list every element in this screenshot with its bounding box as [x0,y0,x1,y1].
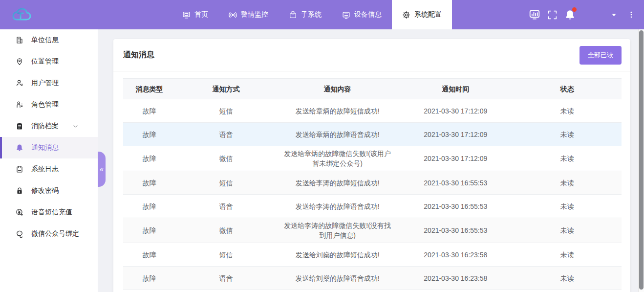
cell-content: 发送给章炳的故障短信成功! [277,104,398,118]
cell-status: 未读 [513,176,622,190]
table-row[interactable]: 故障语音发送给李涛的故障语音成功!2021-03-30 16:55:53未读 [123,195,622,218]
nav-item-alarm-monitor[interactable]: 警情监控 [218,0,279,29]
cell-method: 微信 [175,151,277,166]
device-icon [342,11,350,19]
notification-bell-icon[interactable] [561,0,579,29]
sidebar-item-unit-info[interactable]: 单位信息 [0,29,98,51]
bell-side-icon [16,144,23,152]
sidebar-item-label: 单位信息 [31,36,59,45]
cell-method: 微信 [175,223,277,238]
cell-type: 故障 [123,271,175,286]
nav-item-home[interactable]: 首页 [172,0,218,29]
sidebar-item-change-password[interactable]: 修改密码 [0,180,98,202]
page-scrollbar[interactable] [638,29,644,292]
cell-time: 2021-03-30 16:55:53 [398,199,513,214]
sidebar-item-label: 消防档案 [31,122,59,131]
scrollbar-thumb[interactable] [639,30,644,290]
sidebar-item-label: 位置管理 [31,57,59,66]
notification-badge [572,7,577,12]
lock-icon [16,187,23,195]
sidebar-item-fire-archives[interactable]: 消防档案 [0,115,98,137]
sidebar: 单位信息位置管理用户管理角色管理消防档案通知消息系统日志修改密码语音短信充值微信… [0,29,98,292]
archive-icon [16,122,23,130]
table-row[interactable]: 故障短信发送给刘燊的故障短信成功!2021-03-30 16:23:58未读 [123,243,622,267]
cell-status: 未读 [513,247,622,262]
sidebar-item-system-log[interactable]: 系统日志 [0,158,98,180]
page-title: 通知消息 [123,50,154,60]
home-icon [182,11,191,19]
fullscreen-icon[interactable] [543,0,561,29]
recharge-icon [16,208,23,216]
subsystem-icon [289,11,297,19]
column-header: 通知内容 [277,82,398,96]
sidebar-item-label: 修改密码 [31,186,59,195]
nav-item-label: 警情监控 [241,10,268,19]
cell-content: 发送给刘燊的故障短信成功! [277,247,398,262]
cell-time: 2021-03-30 17:12:09 [398,151,513,166]
cell-status: 未读 [513,151,622,166]
sidebar-item-location-mgmt[interactable]: 位置管理 [0,51,98,72]
cell-time: 2021-03-30 17:12:09 [398,127,513,142]
nav-item-label: 系统配置 [414,10,442,19]
sidebar-item-label: 角色管理 [31,100,59,109]
mark-all-read-button[interactable]: 全部已读 [580,46,622,65]
user-icon [16,79,23,87]
cell-method: 短信 [175,247,277,262]
nav-item-label: 首页 [194,10,208,19]
table-row[interactable]: 故障微信发送给章炳的故障微信失败!(该用户暂未绑定公众号)2021-03-30 … [123,146,622,171]
column-header: 消息类型 [123,82,175,96]
role-icon [16,101,23,109]
cell-type: 故障 [123,176,175,190]
alarm-icon [229,11,237,19]
cell-time: 2021-03-30 16:23:58 [398,271,513,286]
column-header: 通知方式 [175,82,277,96]
sidebar-item-voice-sms-recharge[interactable]: 语音短信充值 [0,202,98,223]
caret-down-icon[interactable] [605,0,623,29]
card-header: 通知消息 全部已读 [113,39,630,71]
cell-time: 2021-03-30 16:55:53 [398,176,513,190]
nav-item-device-info[interactable]: 设备信息 [332,0,392,29]
sidebar-item-notifications[interactable]: 通知消息 [0,137,98,158]
cell-method: 语音 [175,127,277,142]
app-root: 首页警情监控子系统设备信息系统配置 单位信息位置管理用户管理角色管理消防档案通知… [0,0,644,292]
collapse-chevrons-icon: « [100,165,104,173]
table-body: 故障短信发送给章炳的故障短信成功!2021-03-30 17:12:09未读故障… [123,99,622,290]
table-row[interactable]: 故障微信发送给李涛的故障微信失败!(没有找到用户信息)2021-03-30 16… [123,218,622,243]
cell-content: 发送给章炳的故障微信失败!(该用户暂未绑定公众号) [277,146,398,171]
more-vertical-icon[interactable] [623,0,640,29]
table-row[interactable]: 故障语音发送给刘燊的故障语音成功!2021-03-30 16:23:58未读 [123,267,622,290]
nav-item-subsystem[interactable]: 子系统 [279,0,332,29]
nav-item-label: 设备信息 [354,10,382,19]
dashboard-chart-icon[interactable] [526,0,543,29]
wechat-icon [16,230,23,238]
cell-status: 未读 [513,223,622,238]
sidebar-item-label: 系统日志 [31,165,59,174]
cell-type: 故障 [123,127,175,142]
column-header: 状态 [513,82,622,96]
cell-content: 发送给李涛的故障微信失败!(没有找到用户信息) [277,218,398,243]
cell-content: 发送给李涛的故障语音成功! [277,199,398,214]
main-nav: 首页警情监控子系统设备信息系统配置 [172,0,452,29]
gear-icon [402,11,410,19]
nav-item-label: 子系统 [301,10,322,19]
notification-card: 通知消息 全部已读 消息类型通知方式通知内容通知时间状态 故障短信发送给章炳的故… [113,39,630,292]
cloud-logo-icon [12,6,32,23]
cell-status: 未读 [513,104,622,118]
sidebar-item-role-mgmt[interactable]: 角色管理 [0,94,98,115]
cell-content: 发送给李涛的故障短信成功! [277,176,398,190]
table-row[interactable]: 故障语音发送给章炳的故障语音成功!2021-03-30 17:12:09未读 [123,123,622,146]
cell-type: 故障 [123,199,175,214]
table-header-row: 消息类型通知方式通知内容通知时间状态 [123,79,622,99]
sidebar-item-label: 语音短信充值 [31,208,72,217]
cell-time: 2021-03-30 16:55:53 [398,223,513,238]
cell-content: 发送给章炳的故障语音成功! [277,127,398,142]
cell-status: 未读 [513,271,622,286]
table-row[interactable]: 故障短信发送给李涛的故障短信成功!2021-03-30 16:55:53未读 [123,171,622,195]
sidebar-item-wechat-binding[interactable]: 微信公众号绑定 [0,223,98,245]
building-icon [16,36,23,44]
table-row[interactable]: 故障短信发送给章炳的故障短信成功!2021-03-30 17:12:09未读 [123,99,622,123]
cell-method: 语音 [175,199,277,214]
sidebar-collapse-button[interactable]: « [98,152,106,187]
sidebar-item-user-mgmt[interactable]: 用户管理 [0,72,98,94]
nav-item-system-config[interactable]: 系统配置 [392,0,452,29]
